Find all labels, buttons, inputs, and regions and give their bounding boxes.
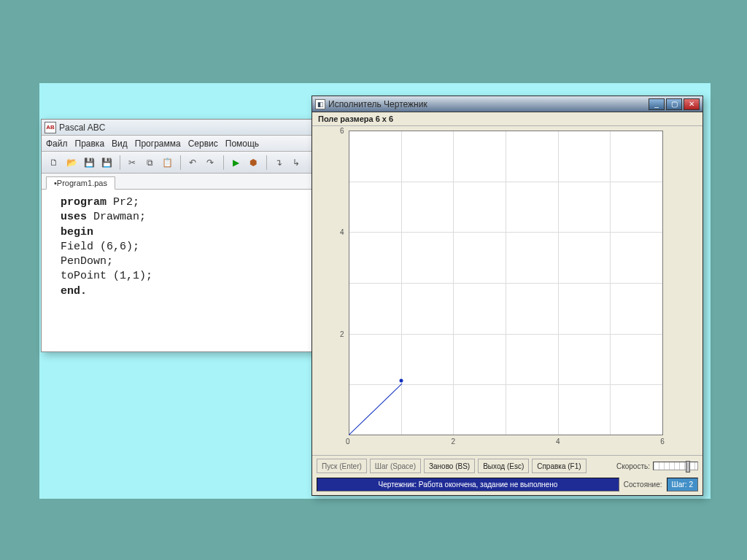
menu-help[interactable]: Помощь (225, 139, 259, 149)
menu-view[interactable]: Вид (112, 139, 128, 149)
speed-label: Скорость: (616, 462, 650, 470)
new-file-icon[interactable]: 🗋 (46, 155, 62, 171)
open-file-icon[interactable]: 📂 (63, 155, 80, 171)
step-badge: Шаг: 2 (667, 478, 699, 491)
kw-program: program (61, 196, 107, 209)
run-icon[interactable]: ▶ (228, 155, 244, 171)
speed-slider-thumb[interactable] (686, 461, 690, 472)
y-tick-4: 4 (340, 228, 344, 236)
window-controls: _ ▢ ✕ (647, 98, 700, 110)
menu-service[interactable]: Сервис (188, 139, 218, 149)
toolbar-separator (120, 155, 120, 170)
editor-tabs: •Program1.pas (42, 174, 314, 190)
x-axis (349, 435, 662, 435)
toolbar-separator-3 (223, 155, 224, 170)
save-all-icon[interactable]: 💾 (98, 155, 115, 171)
paste-icon[interactable]: 📋 (159, 155, 175, 171)
drawman-titlebar[interactable]: ◧ Исполнитель Чертежник _ ▢ ✕ (312, 96, 703, 112)
y-axis (349, 131, 349, 435)
drawman-controls: Пуск (Enter) Шаг (Space) Заново (BS) Вых… (312, 455, 703, 476)
pascal-app-icon: AB (44, 122, 56, 133)
code-text: PenDown; (61, 255, 113, 268)
y-tick-2: 2 (340, 330, 344, 338)
redo-icon[interactable]: ↷ (202, 155, 218, 171)
x-tick-2: 2 (452, 438, 456, 446)
menu-file[interactable]: Файл (46, 139, 68, 149)
run-button[interactable]: Пуск (Enter) (317, 459, 367, 473)
code-text: Drawman; (87, 211, 146, 223)
tab-program1[interactable]: •Program1.pas (46, 176, 115, 190)
kw-uses: uses (61, 211, 87, 223)
draw-canvas-area: 6 4 2 0 2 4 6 (312, 126, 703, 455)
state-label: Состояние: (624, 481, 662, 489)
kw-begin: begin (61, 226, 93, 238)
pen-stroke (349, 384, 402, 435)
y-tick-6: 6 (340, 127, 344, 135)
code-text: Field (6,6); (61, 241, 139, 253)
field-size-label: Поле размера 6 x 6 (312, 112, 703, 126)
close-icon[interactable]: ✕ (684, 98, 700, 110)
x-tick-0: 0 (346, 438, 350, 446)
copy-icon[interactable]: ⧉ (142, 155, 158, 171)
toolbar: 🗋 📂 💾 💾 ✂ ⧉ 📋 ↶ ↷ ▶ ⬢ ↴ ↳ (42, 152, 314, 174)
speed-slider[interactable] (653, 462, 698, 470)
menubar: Файл Правка Вид Программа Сервис Помощь (42, 136, 314, 152)
toolbar-separator-2 (180, 155, 181, 170)
pen-position (399, 379, 403, 383)
x-tick-4: 4 (556, 438, 560, 446)
exit-button[interactable]: Выход (Esc) (478, 459, 529, 473)
again-button[interactable]: Заново (BS) (424, 459, 475, 473)
code-text: toPoint (1,1); (61, 270, 152, 282)
menu-edit[interactable]: Правка (75, 139, 105, 149)
minimize-icon[interactable]: _ (649, 98, 665, 110)
undo-icon[interactable]: ↶ (185, 155, 201, 171)
status-message: Чертежник: Работа окончена, задание не в… (317, 478, 619, 491)
kw-end: end. (61, 285, 87, 298)
drawman-status-row: Чертежник: Работа окончена, задание не в… (312, 476, 703, 495)
pascal-window: AB Pascal ABC Файл Правка Вид Программа … (41, 119, 314, 352)
grid-canvas: 6 4 2 0 2 4 6 (349, 131, 662, 435)
step-button[interactable]: Шаг (Space) (370, 459, 421, 473)
stop-icon[interactable]: ⬢ (245, 155, 261, 171)
drawman-window: ◧ Исполнитель Чертежник _ ▢ ✕ Поле разме… (311, 96, 703, 496)
step-into-icon[interactable]: ↴ (271, 155, 287, 171)
x-tick-6: 6 (660, 438, 665, 446)
pascal-titlebar[interactable]: AB Pascal ABC (42, 120, 314, 136)
pascal-title: Pascal ABC (59, 122, 105, 133)
step-over-icon[interactable]: ↳ (288, 155, 304, 171)
help-button[interactable]: Справка (F1) (532, 459, 586, 473)
menu-program[interactable]: Программа (135, 139, 181, 149)
save-icon[interactable]: 💾 (81, 155, 97, 171)
maximize-icon[interactable]: ▢ (666, 98, 682, 110)
drawman-title: Исполнитель Чертежник (328, 99, 647, 109)
cut-icon[interactable]: ✂ (124, 155, 140, 171)
code-editor[interactable]: program Pr2; uses Drawman; begin Field (… (42, 190, 314, 351)
drawman-app-icon: ◧ (315, 99, 325, 109)
toolbar-separator-4 (266, 155, 267, 170)
code-text: Pr2; (107, 196, 139, 209)
